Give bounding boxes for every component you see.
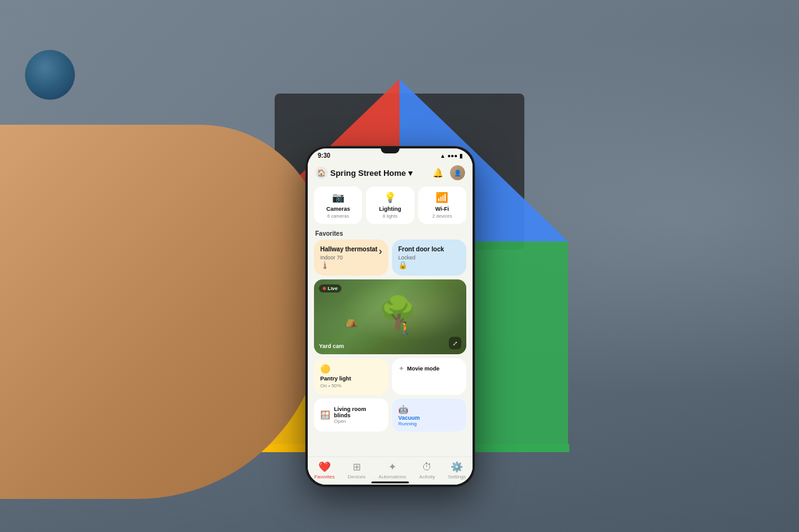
- thermostat-title: Hallway thermostat: [320, 246, 378, 253]
- app-header: 🏠 Spring Street Home ▾ 🔔 👤: [308, 160, 473, 184]
- thermostat-card[interactable]: Hallway thermostat Indoor 70 › 🌡️: [314, 239, 388, 276]
- home-indicator: [371, 481, 409, 483]
- camera-tent: ⛺: [345, 314, 358, 328]
- vacuum-title: Vacuum: [398, 415, 460, 421]
- phone-screen: 9:30 ▲ ●●● ▮ 🏠 Spring Street Home ▾: [308, 148, 473, 485]
- lock-card[interactable]: Front door lock Locked 🔒: [392, 239, 466, 276]
- vacuum-card[interactable]: 🤖 Vacuum Running: [392, 399, 466, 432]
- home-selector[interactable]: 🏠 Spring Street Home ▾: [315, 167, 413, 179]
- automations-nav-icon: ✦: [388, 461, 396, 473]
- movie-mode-label: Movie mode: [407, 365, 439, 372]
- notification-icon[interactable]: 🔔: [430, 165, 445, 180]
- quick-tiles: 📷 Cameras 6 cameras 💡 Lighting 8 lights …: [308, 184, 473, 228]
- camera-person: 🚶: [398, 321, 413, 336]
- lighting-tile-label: Lighting: [379, 206, 401, 212]
- status-time: 9:30: [318, 152, 330, 159]
- settings-nav-label: Settings: [448, 474, 466, 480]
- automations-nav-label: Automations: [378, 474, 406, 480]
- cameras-tile[interactable]: 📷 Cameras 6 cameras: [314, 186, 362, 224]
- blinds-text: Living room blinds Open: [334, 406, 382, 424]
- live-label: Live: [328, 286, 338, 291]
- lock-title: Front door lock: [398, 246, 444, 253]
- blinds-title: Living room blinds: [334, 406, 382, 418]
- favorites-section-label: Favorites: [308, 228, 473, 239]
- nav-activity[interactable]: ⏱ Activity: [419, 462, 435, 480]
- live-badge: Live: [319, 284, 341, 293]
- blinds-icon: 🪟: [320, 410, 330, 420]
- settings-nav-icon: ⚙️: [451, 461, 463, 473]
- blinds-sub: Open: [334, 418, 382, 424]
- home-name-label: Spring Street Home: [330, 168, 406, 178]
- nav-devices[interactable]: ⊞ Devices: [348, 461, 365, 480]
- pantry-light-label: Pantry light: [320, 375, 382, 382]
- app-content: 🏠 Spring Street Home ▾ 🔔 👤 📷 Cameras 6 c: [308, 160, 473, 485]
- pantry-light-icon: 🟡: [320, 364, 382, 374]
- wifi-tile[interactable]: 📶 Wi-Fi 2 devices: [418, 186, 466, 224]
- phone-notch: [381, 148, 400, 153]
- lock-sub: Locked: [398, 254, 444, 261]
- smart-cards-row: 🟡 Pantry light On • 50% ✦ Movie mode: [308, 358, 473, 399]
- favorites-row: Hallway thermostat Indoor 70 › 🌡️ Front …: [308, 239, 473, 279]
- camera-view[interactable]: 🚶 ⛺ Live Yard cam ⤢: [314, 279, 466, 354]
- thermostat-arrow: ›: [379, 246, 382, 257]
- lock-icon: 🔒: [398, 261, 460, 269]
- wifi-tile-sub: 2 devices: [432, 213, 452, 219]
- lighting-tile-sub: 8 lights: [383, 213, 398, 219]
- vacuum-sub: Running: [398, 421, 460, 427]
- avatar[interactable]: 👤: [450, 165, 465, 180]
- devices-nav-label: Devices: [348, 474, 365, 480]
- favorites-nav-icon: ❤️: [318, 461, 331, 473]
- vacuum-icon: 🤖: [398, 405, 408, 414]
- lighting-tile[interactable]: 💡 Lighting 8 lights: [366, 186, 414, 224]
- dropdown-chevron: ▾: [408, 168, 413, 178]
- activity-nav-icon: ⏱: [422, 462, 432, 473]
- lighting-tile-icon: 💡: [384, 191, 396, 203]
- phone: 9:30 ▲ ●●● ▮ 🏠 Spring Street Home ▾: [306, 147, 474, 486]
- cameras-tile-icon: 📷: [332, 191, 345, 203]
- devices-nav-icon: ⊞: [353, 461, 361, 473]
- signal-icon: ●●●: [448, 153, 458, 159]
- nav-automations[interactable]: ✦ Automations: [378, 461, 406, 480]
- header-actions: 🔔 👤: [430, 165, 465, 180]
- camera-name-label: Yard cam: [319, 343, 344, 349]
- pantry-light-card[interactable]: 🟡 Pantry light On • 50%: [314, 358, 388, 395]
- wifi-status-icon: ▲: [440, 153, 446, 159]
- favorites-nav-label: Favorites: [314, 474, 335, 480]
- blinds-card[interactable]: 🪟 Living room blinds Open: [314, 399, 388, 432]
- cameras-tile-label: Cameras: [326, 206, 350, 212]
- nav-favorites[interactable]: ❤️ Favorites: [314, 461, 335, 480]
- status-icons: ▲ ●●● ▮: [440, 153, 463, 159]
- camera-expand-icon[interactable]: ⤢: [449, 337, 461, 349]
- activity-nav-label: Activity: [419, 474, 435, 480]
- home-icon: 🏠: [315, 167, 328, 179]
- living-room-row: 🪟 Living room blinds Open 🤖 Vacuum Runni…: [308, 399, 473, 434]
- live-indicator: [323, 287, 326, 290]
- thermostat-icon: 🌡️: [320, 261, 382, 269]
- movie-mode-sparkle-icon: ✦: [398, 364, 404, 373]
- globe-decoration: [25, 50, 75, 100]
- cameras-tile-sub: 6 cameras: [327, 213, 349, 219]
- movie-mode-card[interactable]: ✦ Movie mode: [392, 358, 466, 395]
- thermostat-sub: Indoor 70: [320, 254, 378, 261]
- wifi-tile-label: Wi-Fi: [435, 206, 449, 212]
- wifi-tile-icon: 📶: [436, 191, 448, 203]
- battery-icon: ▮: [459, 153, 463, 159]
- nav-settings[interactable]: ⚙️ Settings: [448, 461, 466, 480]
- bottom-nav: ❤️ Favorites ⊞ Devices ✦ Automations ⏱ A…: [308, 457, 473, 485]
- phone-body: 9:30 ▲ ●●● ▮ 🏠 Spring Street Home ▾: [306, 147, 474, 486]
- pantry-light-sub: On • 50%: [320, 383, 382, 389]
